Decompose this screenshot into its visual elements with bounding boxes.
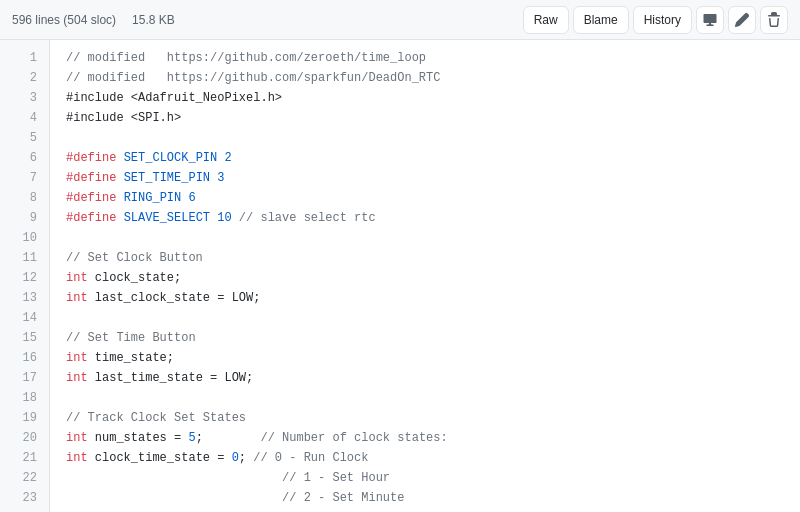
line-number: 16 (8, 348, 37, 368)
line-numbers: 1234567891011121314151617181920212223242… (0, 40, 50, 512)
line-number: 20 (8, 428, 37, 448)
line-count: 596 lines (504 sloc) (12, 13, 116, 27)
file-info: 596 lines (504 sloc) 15.8 KB (12, 13, 175, 27)
code-line: int last_clock_state = LOW; (66, 288, 784, 308)
code-line: #define SET_TIME_PIN 3 (66, 168, 784, 188)
line-number: 10 (8, 228, 37, 248)
line-number: 17 (8, 368, 37, 388)
code-line: #include <SPI.h> (66, 108, 784, 128)
top-bar: 596 lines (504 sloc) 15.8 KB Raw Blame H… (0, 0, 800, 40)
code-line (66, 308, 784, 328)
line-number: 8 (8, 188, 37, 208)
raw-button[interactable]: Raw (523, 6, 569, 34)
line-number: 1 (8, 48, 37, 68)
code-line: int clock_time_state = 0; // 0 - Run Clo… (66, 448, 784, 468)
blame-button[interactable]: Blame (573, 6, 629, 34)
code-line (66, 388, 784, 408)
line-number: 14 (8, 308, 37, 328)
code-line: int clock_state; (66, 268, 784, 288)
code-line: // 2 - Set Minute (66, 488, 784, 508)
code-line: #define RING_PIN 6 (66, 188, 784, 208)
code-line: #define SLAVE_SELECT 10 // slave select … (66, 208, 784, 228)
line-number: 13 (8, 288, 37, 308)
code-line: // Track Clock Set States (66, 408, 784, 428)
history-button[interactable]: History (633, 6, 692, 34)
code-line: // modified https://github.com/zeroeth/t… (66, 48, 784, 68)
code-line: #include <Adafruit_NeoPixel.h> (66, 88, 784, 108)
code-line: // Set Time Button (66, 328, 784, 348)
code-line (66, 128, 784, 148)
code-line: // modified https://github.com/sparkfun/… (66, 68, 784, 88)
code-content[interactable]: // modified https://github.com/zeroeth/t… (50, 40, 800, 512)
code-area: 1234567891011121314151617181920212223242… (0, 40, 800, 512)
desktop-icon[interactable] (696, 6, 724, 34)
line-number: 3 (8, 88, 37, 108)
line-number: 21 (8, 448, 37, 468)
line-number: 12 (8, 268, 37, 288)
line-number: 23 (8, 488, 37, 508)
line-number: 5 (8, 128, 37, 148)
code-line: // 1 - Set Hour (66, 468, 784, 488)
line-number: 18 (8, 388, 37, 408)
line-number: 15 (8, 328, 37, 348)
line-number: 11 (8, 248, 37, 268)
line-number: 24 (8, 508, 37, 512)
edit-icon[interactable] (728, 6, 756, 34)
line-number: 2 (8, 68, 37, 88)
code-line (66, 228, 784, 248)
toolbar-right: Raw Blame History (523, 6, 788, 34)
code-line: int last_time_state = LOW; (66, 368, 784, 388)
code-line: #define SET_CLOCK_PIN 2 (66, 148, 784, 168)
code-line: // Set Clock Button (66, 248, 784, 268)
line-number: 4 (8, 108, 37, 128)
file-size: 15.8 KB (132, 13, 175, 27)
code-line: int num_states = 5; // Number of clock s… (66, 428, 784, 448)
line-number: 19 (8, 408, 37, 428)
code-line: // 3 - Set Second (66, 508, 784, 512)
delete-icon[interactable] (760, 6, 788, 34)
line-number: 9 (8, 208, 37, 228)
code-line: int time_state; (66, 348, 784, 368)
line-number: 22 (8, 468, 37, 488)
line-number: 6 (8, 148, 37, 168)
line-number: 7 (8, 168, 37, 188)
